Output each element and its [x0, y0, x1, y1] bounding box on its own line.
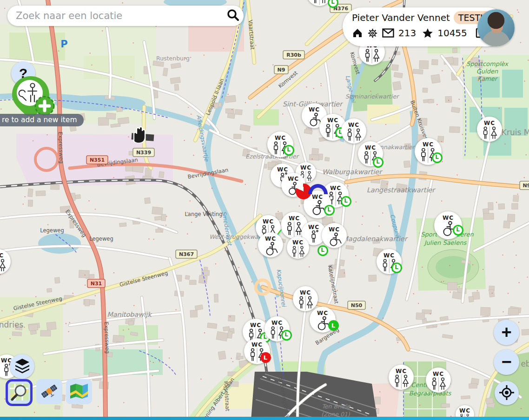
map-label: ndries: [0, 320, 23, 329]
zoom-out-button[interactable]: −: [494, 349, 519, 375]
wc-label: WC: [288, 176, 299, 182]
wc-label: WC: [327, 118, 338, 123]
satellite-icon: [39, 381, 60, 403]
wc-label: WC: [423, 142, 434, 147]
background-option-satellite[interactable]: [36, 379, 62, 404]
map-label: Julien Saelens: [423, 239, 467, 246]
opening-hours-clock-badge[interactable]: L: [373, 157, 384, 168]
toilet-marker-mw[interactable]: WC: [341, 118, 366, 144]
road-shield: N9: [520, 181, 529, 190]
wc-label: WC: [277, 167, 288, 172]
wc-label: WC: [312, 194, 323, 200]
opening-hours-clock-badge[interactable]: L: [328, 0, 338, 8]
add-item-tooltip: re to add a new item: [0, 114, 84, 126]
messages-envelope-icon[interactable]: [382, 28, 394, 38]
map-label: Rustenburg: [156, 55, 190, 62]
wc-label: WC: [300, 165, 311, 171]
toilet-marker-mw[interactable]: WC: [477, 117, 502, 142]
opening-hours-clock-badge[interactable]: L: [453, 225, 463, 236]
svg-text:N339: N339: [136, 150, 151, 156]
toilet-marker-mw[interactable]: WC: [293, 286, 318, 311]
svg-text:N50: N50: [351, 302, 363, 308]
toilet-marker-wh[interactable]: WC: [258, 232, 283, 257]
map-label: Kamer: [477, 75, 498, 82]
svg-text:N351: N351: [90, 157, 105, 163]
background-picker: [6, 379, 92, 406]
map-label: Manitobawijk: [107, 311, 152, 319]
search-bar[interactable]: [7, 6, 244, 26]
add-new-item-pin[interactable]: [7, 73, 58, 120]
wc-label: WC: [292, 240, 304, 245]
wc-label: WC: [443, 215, 454, 221]
messages-count: 213: [398, 27, 416, 39]
zoom-in-button[interactable]: +: [494, 320, 519, 345]
map-label: Ten Briele: [322, 403, 350, 410]
svg-text:R30b: R30b: [286, 52, 301, 58]
svg-text:N367: N367: [179, 251, 194, 257]
wc-label: WC: [250, 322, 261, 328]
mapcomplete-app: Brugge-Sint-PietersRustenburgSportcomple…: [0, 0, 529, 420]
background-option-map[interactable]: [6, 379, 33, 406]
toilet-marker-wh[interactable]: WC: [322, 223, 347, 248]
map-label: Legeweg: [89, 236, 113, 242]
wc-label: WC: [459, 408, 470, 413]
geolocate-button[interactable]: [495, 381, 519, 405]
map-label: Legeweg: [40, 227, 64, 234]
toilet-marker-mw[interactable]: WC: [426, 368, 451, 393]
road-shield: N50: [348, 301, 365, 309]
opening-hours-clock-badge[interactable]: L: [281, 330, 292, 341]
svg-text:N9: N9: [278, 67, 285, 73]
crosshair-icon: [499, 385, 515, 402]
map-label: M: [524, 128, 529, 137]
map-label: Gulden: [476, 68, 498, 75]
background-option-osm-carto[interactable]: [66, 379, 92, 404]
search-button[interactable]: [222, 6, 244, 26]
wc-label: WC: [396, 368, 407, 374]
layers-button[interactable]: [10, 354, 34, 379]
avatar[interactable]: [477, 9, 515, 46]
folded-map-icon: [69, 383, 89, 401]
wc-label: WC: [365, 145, 376, 151]
opening-hours-clock-badge[interactable]: L: [317, 245, 328, 256]
wc-label: WC: [251, 342, 263, 348]
opening-hours-clock-badge[interactable]: L: [260, 352, 271, 363]
opening-hours-clock-badge[interactable]: L: [324, 205, 335, 216]
opening-hours-clock-badge[interactable]: L: [391, 262, 402, 273]
toilet-marker-wh[interactable]: WC: [281, 173, 305, 197]
wc-label: WC: [265, 236, 276, 242]
home-icon[interactable]: [352, 27, 363, 39]
wc-label: WC: [275, 135, 286, 141]
svg-text:N31: N31: [91, 281, 102, 287]
road-shield: N9: [274, 66, 288, 74]
toilet-marker-mw[interactable]: WC: [389, 365, 414, 390]
map-label: eb: [521, 359, 529, 368]
layers-icon: [14, 358, 31, 375]
toilet-marker-mw[interactable]: WC: [287, 236, 309, 259]
road-shield: N367: [176, 250, 197, 258]
wc-label: WC: [0, 253, 4, 258]
road-shield: N351: [86, 156, 108, 164]
opening-hours-clock-badge[interactable]: L: [328, 320, 339, 331]
settings-gear-icon[interactable]: [367, 28, 378, 39]
wc-label: WC: [330, 185, 341, 191]
map-label: Expressweg: [103, 322, 111, 354]
search-input[interactable]: [7, 10, 222, 21]
map-label: Lange Vesting: [185, 211, 222, 217]
wc-label: WC: [263, 219, 274, 224]
map-label: Kruis: [502, 128, 522, 137]
star-icon: [422, 28, 433, 39]
map-label: P: [60, 39, 67, 50]
search-icon: [226, 8, 240, 24]
add-plus-icon[interactable]: [35, 97, 54, 115]
map-label: Sportcomplex: [466, 60, 509, 67]
map-label: Langestraatkwartier: [367, 186, 436, 194]
opening-hours-clock-badge[interactable]: L: [432, 152, 443, 163]
opening-hours-clock-badge[interactable]: L: [284, 145, 294, 156]
map-label: Expressweg: [57, 131, 65, 164]
opening-hours-clock-badge[interactable]: L: [341, 196, 351, 207]
svg-text:N9: N9: [523, 183, 529, 189]
map-label: Walburgakwartier: [322, 168, 383, 176]
wc-label: WC: [329, 227, 340, 232]
road-shield: N31: [87, 279, 105, 288]
wc-label: WC: [348, 122, 359, 128]
